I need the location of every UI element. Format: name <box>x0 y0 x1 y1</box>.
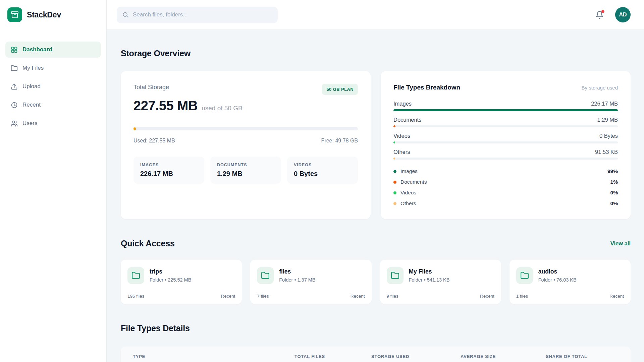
upload-icon <box>11 83 18 90</box>
users-icon <box>11 120 18 127</box>
storage-overview-title: Storage Overview <box>121 49 631 58</box>
main-column: AD Storage Overview Total Storage 50 GB … <box>107 0 644 362</box>
folder-icon <box>11 65 18 72</box>
view-all-link[interactable]: View all <box>610 240 631 247</box>
clock-icon <box>11 102 18 109</box>
search-bar[interactable] <box>117 7 278 23</box>
breakdown-row-videos: Videos 0 Bytes <box>393 133 618 143</box>
sidebar-item-label: Upload <box>22 83 41 90</box>
stat-documents: DOCUMENTS 1.29 MB <box>210 157 281 184</box>
brand-name: StackDev <box>27 10 61 19</box>
storage-progress-bar <box>133 127 358 130</box>
breakdown-legend: Images 99% Documents 1% Videos 0% <box>393 168 618 206</box>
sidebar-item-dashboard[interactable]: Dashboard <box>5 42 101 58</box>
file-types-details-title: File Types Details <box>121 323 631 333</box>
plan-badge: 50 GB PLAN <box>322 84 358 95</box>
storage-stats-row: IMAGES 226.17 MB DOCUMENTS 1.29 MB VIDEO… <box>133 157 358 184</box>
folder-icon <box>387 267 404 284</box>
sidebar-nav: Dashboard My Files Upload Recent <box>5 42 101 131</box>
total-storage-value: 227.55 MB <box>133 98 198 113</box>
file-count: 9 files <box>387 294 398 299</box>
breakdown-row-documents: Documents 1.29 MB <box>393 117 618 127</box>
breakdown-title: File Types Breakdown <box>393 84 460 91</box>
column-share-of-total: SHARE OF TOTAL <box>546 354 619 359</box>
legend-item-videos: Videos 0% <box>393 190 618 196</box>
recent-tag: Recent <box>480 294 494 299</box>
total-storage-card: Total Storage 50 GB PLAN 227.55 MB used … <box>121 71 371 219</box>
app-root: StackDev Dashboard My Files Upload <box>0 0 644 362</box>
breakdown-row-images: Images 226.17 MB <box>393 101 618 111</box>
file-count: 196 files <box>127 294 144 299</box>
file-types-table: TYPE TOTAL FILES STORAGE USED AVERAGE SI… <box>121 347 631 362</box>
sidebar-item-upload[interactable]: Upload <box>5 78 101 95</box>
stat-videos: VIDEOS 0 Bytes <box>287 157 358 184</box>
used-label: Used: 227.55 MB <box>133 138 175 144</box>
quick-access-card-trips[interactable]: trips Folder • 225.52 MB 196 files Recen… <box>121 260 242 304</box>
legend-item-documents: Documents 1% <box>393 179 618 185</box>
breakdown-rows: Images 226.17 MB Documents 1.29 MB <box>393 101 618 160</box>
breakdown-subtitle: By storage used <box>582 85 618 90</box>
search-icon <box>122 11 129 18</box>
sidebar-item-label: Users <box>22 120 37 127</box>
recent-tag: Recent <box>351 294 365 299</box>
breakdown-bar-images <box>393 109 618 111</box>
legend-item-others: Others 0% <box>393 200 618 206</box>
quick-access-title: Quick Access <box>121 239 175 248</box>
storage-progress-fill <box>133 127 136 130</box>
search-input[interactable] <box>133 11 272 18</box>
grid-icon <box>11 46 18 53</box>
column-storage-used: STORAGE USED <box>371 354 461 359</box>
overview-cards-row: Total Storage 50 GB PLAN 227.55 MB used … <box>121 71 631 219</box>
quick-access-card-audios[interactable]: audios Folder • 76.03 KB 1 files Recent <box>509 260 631 304</box>
legend-dot-others <box>393 202 396 205</box>
table-header: TYPE TOTAL FILES STORAGE USED AVERAGE SI… <box>121 347 631 362</box>
breakdown-bar-documents <box>393 125 395 127</box>
quick-access-card-files[interactable]: files Folder • 1.37 MB 7 files Recent <box>250 260 371 304</box>
file-count: 1 files <box>516 294 528 299</box>
legend-item-images: Images 99% <box>393 168 618 174</box>
sidebar-item-my-files[interactable]: My Files <box>5 60 101 76</box>
sidebar-item-recent[interactable]: Recent <box>5 97 101 113</box>
stat-images: IMAGES 226.17 MB <box>133 157 204 184</box>
legend-dot-documents <box>393 181 396 184</box>
recent-tag: Recent <box>221 294 235 299</box>
breakdown-bar-others <box>393 158 395 160</box>
quick-access-card-my-files[interactable]: My Files Folder • 541.13 KB 9 files Rece… <box>380 260 501 304</box>
topbar-right: AD <box>595 7 631 22</box>
column-average-size: AVERAGE SIZE <box>461 354 546 359</box>
folder-icon <box>127 267 144 284</box>
avatar[interactable]: AD <box>615 7 631 22</box>
folder-icon <box>516 267 533 284</box>
brand: StackDev <box>5 7 101 22</box>
sidebar-item-label: Dashboard <box>22 46 52 53</box>
breakdown-bar-videos <box>393 141 395 143</box>
sidebar: StackDev Dashboard My Files Upload <box>0 0 107 362</box>
legend-dot-videos <box>393 191 396 194</box>
file-count: 7 files <box>257 294 269 299</box>
recent-tag: Recent <box>609 294 624 299</box>
main-content: Storage Overview Total Storage 50 GB PLA… <box>107 30 644 362</box>
sidebar-item-label: Recent <box>22 102 41 108</box>
quick-access-grid: trips Folder • 225.52 MB 196 files Recen… <box>121 260 631 304</box>
total-storage-suffix: used of 50 GB <box>202 105 242 112</box>
column-type: TYPE <box>133 354 294 359</box>
sidebar-item-label: My Files <box>22 65 44 71</box>
free-label: Free: 49.78 GB <box>321 138 358 144</box>
legend-dot-images <box>393 170 396 173</box>
file-types-breakdown-card: File Types Breakdown By storage used Ima… <box>381 71 631 219</box>
breakdown-row-others: Others 91.53 KB <box>393 149 618 160</box>
notifications-button[interactable] <box>595 11 604 19</box>
sidebar-item-users[interactable]: Users <box>5 115 101 131</box>
archive-logo-icon <box>7 7 22 22</box>
notification-badge <box>601 10 604 13</box>
topbar: AD <box>107 0 644 30</box>
total-storage-label: Total Storage <box>133 84 169 91</box>
column-total-files: TOTAL FILES <box>294 354 371 359</box>
folder-icon <box>257 267 274 284</box>
